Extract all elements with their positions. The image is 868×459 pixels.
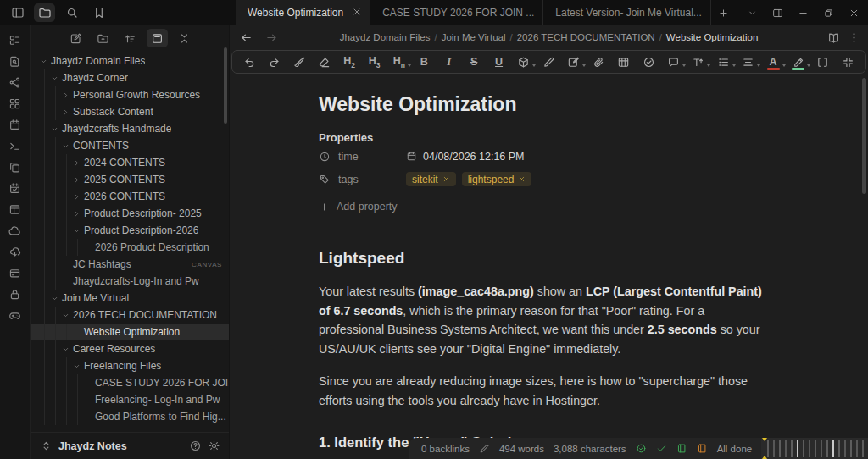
highlight-color-button[interactable] [791, 53, 805, 71]
tree-folder[interactable]: Freelancing Files [31, 357, 229, 374]
tree-folder[interactable]: Product Description-2026 [31, 222, 229, 239]
embed-button[interactable] [516, 53, 531, 71]
backlinks-count[interactable]: 0 backlinks [421, 444, 470, 454]
tree-file[interactable]: Jhaydzcrafts-Log-In and Pw [31, 273, 229, 290]
breadcrumb-segment[interactable]: Join Me Virtual [442, 32, 506, 42]
annotate-button[interactable] [542, 53, 556, 71]
tree-folder[interactable]: Jhaydz Corner [31, 69, 229, 86]
breadcrumb-segment[interactable]: 2026 TECH DOCUMENTATION [517, 32, 655, 42]
tag-pill[interactable]: lightspeed [462, 172, 532, 186]
property-key[interactable]: tags [319, 174, 406, 185]
stacked-tabs-button[interactable] [147, 29, 168, 47]
property-value[interactable]: sitekitlightspeed [406, 172, 531, 186]
tree-folder[interactable]: 2024 CONTENTS [31, 154, 229, 171]
reading-view-button[interactable] [824, 28, 843, 47]
rail-card-button[interactable] [5, 266, 25, 279]
tree-file[interactable]: Good Platforms to Find Hig... [31, 408, 229, 425]
rail-copy-button[interactable] [5, 160, 25, 174]
rail-panels-button[interactable] [5, 202, 25, 216]
tree-folder[interactable]: Jhaydzcrafts Handmade [31, 120, 229, 137]
restore-button[interactable] [815, 0, 841, 25]
property-value[interactable]: 04/08/2026 12:16 PM [406, 151, 525, 163]
shrink-view-button[interactable] [841, 53, 855, 71]
tree-file[interactable]: CASE STUDY 2026 FOR JOI... [31, 374, 229, 391]
breadcrumb-segment[interactable]: Website Optimization [666, 32, 758, 42]
sort-button[interactable] [120, 29, 141, 47]
tab-1[interactable]: Website Optimization [236, 0, 370, 25]
tag-remove-icon[interactable] [442, 175, 450, 183]
undo-button[interactable] [242, 53, 257, 71]
rail-cloud-button[interactable] [5, 224, 25, 237]
rail-cloud-download-button[interactable] [5, 245, 25, 258]
rail-layout-list-button[interactable] [5, 33, 25, 47]
tree-folder[interactable]: 2025 CONTENTS [31, 171, 229, 188]
tree-folder[interactable]: Substack Content [31, 103, 229, 120]
forward-button[interactable] [262, 28, 281, 47]
collapse-all-button[interactable] [174, 29, 195, 47]
note-paragraph[interactable]: Your latest results (image_cac48a.png) s… [319, 282, 771, 358]
note-paragraph[interactable]: Since you are already reducing image siz… [319, 372, 771, 410]
tree-file[interactable]: 2026 Product Description [31, 239, 229, 256]
back-button[interactable] [236, 28, 255, 47]
tab-list-button[interactable] [739, 0, 765, 25]
underline-button[interactable]: U [492, 53, 506, 71]
tree-folder[interactable]: Product Description- 2025 [31, 205, 229, 222]
new-folder-button[interactable] [92, 29, 114, 47]
focus-mode-button[interactable] [815, 53, 830, 71]
content-scrollbar[interactable] [862, 78, 866, 194]
rail-file-search-button[interactable] [5, 54, 25, 68]
rail-calendar-check-button[interactable] [5, 181, 25, 195]
rail-layout-grid-button[interactable] [5, 97, 25, 110]
rail-graph-button[interactable] [5, 75, 25, 89]
minimap[interactable] [761, 438, 868, 459]
tag-pill[interactable]: sitekit [406, 172, 456, 186]
folder-button[interactable] [34, 3, 55, 22]
strikethrough-button[interactable]: S [467, 53, 481, 71]
heading-n-button[interactable]: Hn [392, 53, 406, 71]
tree-folder[interactable]: 2026 CONTENTS [31, 188, 229, 205]
list-button[interactable] [716, 53, 731, 71]
heading-2-button[interactable]: H2 [342, 53, 357, 71]
note-title[interactable]: Website Optimization [319, 92, 771, 116]
text-size-button[interactable] [691, 53, 705, 71]
tag-remove-icon[interactable] [518, 175, 526, 183]
right-sidebar-button[interactable] [765, 0, 790, 25]
vault-switcher[interactable]: Jhaydz Notes [31, 432, 229, 459]
table-button[interactable] [616, 53, 631, 71]
rail-gamepad-button[interactable] [5, 308, 25, 322]
tree-folder[interactable]: Join Me Virtual [31, 290, 229, 307]
more-options-button[interactable] [844, 28, 863, 47]
tree-folder[interactable]: Career Resources [31, 340, 229, 357]
tree-folder[interactable]: 2026 TECH DOCUMENTATION [31, 307, 229, 324]
new-tab-button[interactable] [711, 0, 737, 25]
settings-icon[interactable] [208, 440, 220, 452]
property-key[interactable]: time [319, 151, 406, 163]
tree-file[interactable]: Freelancing- Log-In and Pw [31, 391, 229, 408]
attachment-button[interactable] [592, 53, 606, 71]
rail-lock-button[interactable] [5, 287, 25, 301]
add-property-button[interactable]: Add property [319, 197, 771, 216]
bold-button[interactable]: B [417, 53, 431, 71]
rail-calendar-button[interactable] [5, 118, 25, 131]
new-note-button[interactable] [65, 29, 86, 47]
tree-file[interactable]: Website Optimization [31, 324, 229, 340]
help-icon[interactable] [189, 440, 202, 452]
tab-close-button[interactable] [352, 7, 362, 19]
insert-note-button[interactable] [566, 53, 581, 71]
panel-left-button[interactable] [7, 3, 28, 22]
font-color-button[interactable]: A [766, 53, 781, 71]
bookmark-button[interactable] [88, 3, 109, 22]
search-button[interactable] [61, 3, 82, 22]
close-window-button[interactable] [841, 0, 866, 25]
italic-button[interactable]: I [442, 53, 456, 71]
tree-folder[interactable]: CONTENTS [31, 137, 229, 154]
align-button[interactable] [741, 53, 755, 71]
format-painter-button[interactable] [292, 53, 307, 71]
tree-folder[interactable]: Jhaydz Domain Files [31, 53, 229, 69]
tab-3[interactable]: Latest Version- Join Me Virtual... [543, 0, 711, 25]
tree-folder[interactable]: Personal Growth Resources [31, 86, 229, 103]
tab-2[interactable]: CASE STUDY 2026 FOR JOIN ... [370, 0, 543, 25]
redo-button[interactable] [267, 53, 281, 71]
tree-file[interactable]: JC HashtagsCANVAS [31, 256, 229, 273]
clear-format-button[interactable] [317, 53, 331, 71]
